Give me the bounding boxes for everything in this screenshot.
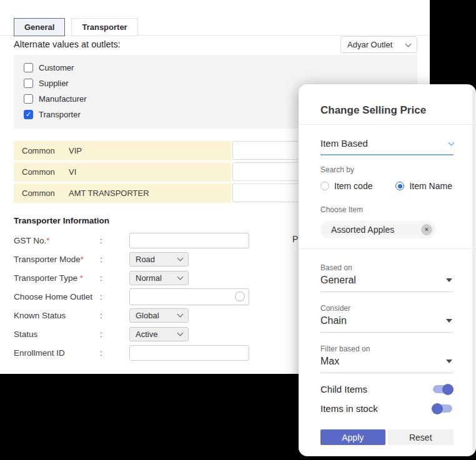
chevron-down-icon bbox=[177, 255, 184, 262]
child-items-row: Child Items bbox=[320, 384, 454, 394]
radio-label: Item code bbox=[334, 181, 372, 191]
row-scope: Common bbox=[22, 188, 55, 198]
row-name: VI bbox=[69, 167, 76, 177]
checkbox-icon[interactable] bbox=[24, 79, 33, 88]
form-row-gst: GST No.* : bbox=[14, 231, 249, 250]
mode-select[interactable]: Item Based bbox=[320, 138, 454, 155]
remove-chip-button[interactable]: ✕ bbox=[421, 224, 432, 235]
alternate-values-label: Alternate values at outlets: bbox=[14, 39, 121, 49]
chevron-down-icon bbox=[449, 139, 455, 145]
field-label: Choose Home Outlet bbox=[14, 292, 100, 301]
select-value: General bbox=[320, 275, 356, 286]
form-row-known-status: Known Status : Global bbox=[14, 306, 249, 325]
home-outlet-input[interactable] bbox=[129, 288, 249, 305]
row-name: VIP bbox=[69, 146, 82, 155]
modal-title: Change Selling Price bbox=[320, 104, 454, 117]
colon: : bbox=[100, 292, 129, 301]
gst-no-input[interactable] bbox=[129, 233, 249, 248]
required-asterisk: * bbox=[46, 236, 49, 245]
select-value: Max bbox=[320, 356, 339, 367]
change-selling-price-modal: Change Selling Price Item Based Search b… bbox=[299, 84, 476, 456]
chevron-down-icon bbox=[405, 41, 412, 47]
based-on-label: Based on bbox=[320, 263, 454, 272]
chevron-down-icon bbox=[177, 311, 184, 318]
filter-based-on-select[interactable]: Max bbox=[320, 356, 454, 373]
apply-button[interactable]: Apply bbox=[320, 429, 385, 445]
toggle-knob bbox=[432, 403, 443, 414]
checkbox-icon[interactable] bbox=[24, 63, 33, 72]
form-row-home-outlet: Choose Home Outlet : bbox=[14, 287, 249, 306]
colon: : bbox=[100, 273, 129, 283]
colon: : bbox=[100, 330, 129, 339]
row-name: AMT TRANSPORTER bbox=[69, 188, 149, 198]
colon: : bbox=[100, 255, 129, 264]
toggle-knob bbox=[442, 384, 454, 395]
select-value: Chain bbox=[320, 315, 347, 326]
enrollment-id-input[interactable] bbox=[129, 345, 249, 361]
form-row-transporter-type: Transporter Type * : Normal bbox=[14, 268, 249, 287]
toggle-label: Items in stock bbox=[320, 403, 378, 414]
colon: : bbox=[100, 236, 129, 245]
checkbox-customer[interactable]: Customer bbox=[24, 63, 417, 72]
outlet-select[interactable]: Adyar Outlet bbox=[340, 36, 417, 53]
radio-label: Item Name bbox=[409, 181, 452, 191]
status-select[interactable]: Active bbox=[129, 327, 189, 341]
radio-selected-icon[interactable] bbox=[395, 182, 404, 190]
row-scope: Common bbox=[22, 146, 55, 155]
tab-transporter[interactable]: Transporter bbox=[71, 18, 137, 36]
tab-general[interactable]: General bbox=[14, 18, 65, 36]
modal-actions: Apply Reset bbox=[320, 429, 454, 445]
known-status-select[interactable]: Global bbox=[129, 308, 189, 323]
choose-item-label: Choose Item bbox=[320, 205, 454, 214]
form-row-transporter-mode: Transporter Mode* : Road bbox=[14, 250, 249, 268]
reset-button[interactable]: Reset bbox=[388, 429, 454, 445]
select-value: Active bbox=[136, 330, 157, 339]
checkbox-label: Transporter bbox=[39, 110, 81, 119]
field-label: Transporter Mode* bbox=[14, 255, 100, 264]
search-by-label: Search by bbox=[320, 165, 454, 174]
form-row-enrollment: Enrollment ID : bbox=[14, 343, 249, 362]
field-label: Enrollment ID bbox=[14, 348, 100, 358]
divider bbox=[299, 248, 476, 249]
scrollbar[interactable] bbox=[472, 89, 475, 451]
checkbox-icon[interactable] bbox=[24, 94, 33, 104]
items-in-stock-toggle[interactable] bbox=[433, 404, 452, 413]
checkbox-checked-icon[interactable]: ✓ bbox=[24, 110, 33, 119]
caret-down-icon bbox=[446, 360, 452, 363]
checkbox-label: Customer bbox=[39, 63, 74, 72]
field-label: Known Status bbox=[14, 311, 100, 320]
selected-item-chip: Assorted Apples ✕ bbox=[320, 221, 436, 238]
search-by-radio-group: Item code Item Name bbox=[320, 181, 454, 191]
filter-based-on-label: Filter based on bbox=[320, 345, 454, 353]
select-value: Road bbox=[136, 255, 155, 264]
select-value: Global bbox=[136, 311, 159, 320]
transporter-mode-select[interactable]: Road bbox=[129, 252, 189, 267]
colon: : bbox=[100, 311, 129, 320]
table-row: Common AMT TRANSPORTER bbox=[14, 184, 231, 203]
table-row: Common VI bbox=[14, 162, 231, 182]
consider-label: Consider bbox=[320, 304, 454, 313]
radio-icon[interactable] bbox=[320, 182, 329, 190]
table-row: Common VIP bbox=[14, 141, 231, 160]
circle-radio-icon[interactable] bbox=[235, 291, 245, 301]
field-label: Status bbox=[14, 330, 100, 339]
field-label: GST No.* bbox=[14, 236, 100, 245]
colon: : bbox=[100, 348, 129, 358]
based-on-select[interactable]: General bbox=[320, 275, 454, 292]
mode-select-value: Item Based bbox=[320, 138, 368, 149]
checkbox-label: Manufacturer bbox=[39, 94, 87, 104]
caret-down-icon bbox=[446, 319, 452, 323]
consider-select[interactable]: Chain bbox=[320, 315, 454, 333]
toggle-label: Child Items bbox=[320, 384, 367, 394]
divider bbox=[299, 124, 476, 125]
checkbox-label: Supplier bbox=[39, 79, 69, 88]
clipped-field-label: P bbox=[292, 234, 298, 244]
child-items-toggle[interactable] bbox=[433, 385, 452, 393]
row-scope: Common bbox=[22, 167, 55, 177]
radio-item-code[interactable]: Item code bbox=[320, 181, 372, 191]
tab-bar: General Transporter bbox=[14, 18, 138, 36]
transporter-type-select[interactable]: Normal bbox=[129, 271, 189, 285]
caret-down-icon bbox=[446, 278, 452, 282]
radio-item-name[interactable]: Item Name bbox=[395, 181, 452, 191]
alternate-value-rows: Common VIP Common VI Common AMT TRANSPOR… bbox=[14, 141, 231, 205]
